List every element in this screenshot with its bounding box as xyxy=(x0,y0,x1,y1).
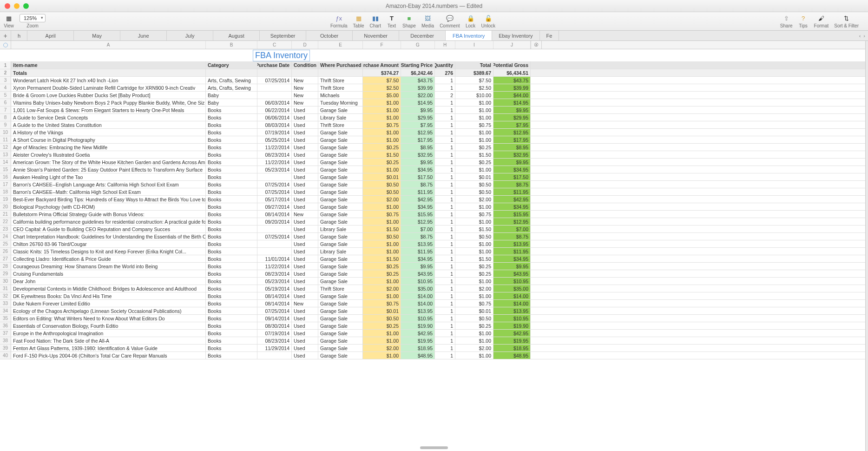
cell[interactable]: $10.95 xyxy=(401,278,435,285)
cell[interactable]: $29.95 xyxy=(493,114,531,121)
cell[interactable]: Bulletstorm Prima Official Strategy Guid… xyxy=(11,211,206,218)
data-table[interactable]: 1item-nameCategoryPurchase DateCondition… xyxy=(0,61,868,359)
cell[interactable]: Used xyxy=(292,203,318,210)
cell[interactable]: Developmental Contexts in Middle Childho… xyxy=(11,285,206,292)
cell[interactable]: $12.95 xyxy=(401,218,435,225)
cell[interactable]: $18.95 xyxy=(493,345,531,352)
cell[interactable]: 07/25/2014 xyxy=(257,77,292,84)
table-row[interactable]: 35Editors on Editing: What Writers Need … xyxy=(0,315,868,322)
table-row[interactable]: 38Fast Food Nation: The Dark Side of the… xyxy=(0,337,868,345)
row-label[interactable]: 37 xyxy=(0,330,11,337)
cell[interactable] xyxy=(257,92,292,99)
table-row[interactable]: 8A Guide to Service Desk ConceptsBooks06… xyxy=(0,114,868,121)
cell[interactable]: $14.00 xyxy=(401,292,435,299)
cell[interactable]: Garage Sale xyxy=(318,129,363,136)
cell[interactable]: 1 xyxy=(435,270,455,277)
cell[interactable] xyxy=(257,240,292,247)
cell[interactable]: $1.00 xyxy=(455,203,493,210)
cell[interactable]: Chilton 26760 83-96 Tbird/Cougar xyxy=(11,240,206,247)
row-label[interactable]: 39 xyxy=(0,345,11,352)
cell[interactable]: Books xyxy=(206,218,257,225)
row-label[interactable]: 3 xyxy=(0,77,11,84)
cell[interactable]: 276 xyxy=(435,69,455,76)
cell[interactable]: Used xyxy=(292,159,318,166)
cell[interactable]: Annie Sloan's Painted Garden: 25 Easy Ou… xyxy=(11,166,206,173)
cell[interactable]: 06/03/2014 xyxy=(257,99,292,106)
cell[interactable]: 1 xyxy=(435,315,455,322)
table-row[interactable]: 1item-nameCategoryPurchase DateCondition… xyxy=(0,61,868,69)
cell[interactable]: $48.95 xyxy=(493,352,531,359)
table-row[interactable]: 13Aleister Crowley's Illustrated GoetiaB… xyxy=(0,151,868,159)
cell[interactable]: $12.95 xyxy=(493,129,531,136)
cell[interactable]: Where Purchased xyxy=(318,61,363,69)
cell[interactable]: Used xyxy=(292,263,318,270)
cell[interactable]: California building performance guidelin… xyxy=(11,218,206,225)
cell[interactable]: $15.95 xyxy=(493,211,531,218)
cell[interactable]: Used xyxy=(292,166,318,173)
cell[interactable]: $8.75 xyxy=(493,233,531,240)
cell[interactable]: 08/30/2014 xyxy=(257,322,292,329)
cell[interactable]: A History of the Vikings xyxy=(11,129,206,136)
cell[interactable]: Ecology of the Chagos Archipelago (Linne… xyxy=(11,307,206,314)
row-label[interactable]: 32 xyxy=(0,292,11,299)
cell[interactable]: Used xyxy=(292,233,318,240)
sheet-tab-ebay-inventory[interactable]: Ebay Inventory xyxy=(492,31,539,40)
cell[interactable]: Essentials of Conservation Biology, Four… xyxy=(11,322,206,329)
cell[interactable]: 1 xyxy=(435,188,455,195)
cell[interactable]: $0.01 xyxy=(455,173,493,180)
cell[interactable]: Garage Sale xyxy=(318,352,363,359)
table-row[interactable]: 36Essentials of Conservation Biology, Fo… xyxy=(0,322,868,330)
sheet-tab-june[interactable]: June xyxy=(120,31,167,40)
cell[interactable]: $0.50 xyxy=(363,181,401,188)
table-row[interactable]: 29Cruising FundamentalsBooks08/23/2014Us… xyxy=(0,270,868,278)
sort-filter-button[interactable]: ⇅Sort & Filter xyxy=(834,14,859,28)
cell[interactable]: Chart Interpretation Handbook: Guideline… xyxy=(11,233,206,240)
table-row[interactable]: 19Best-Ever Backyard Birding Tips: Hundr… xyxy=(0,196,868,203)
cell[interactable]: 11/01/2014 xyxy=(257,255,292,262)
cell[interactable]: $10.95 xyxy=(401,315,435,322)
cell[interactable]: $1.00 xyxy=(455,166,493,173)
cell[interactable]: $1.00 xyxy=(363,218,401,225)
view-button[interactable]: ▦ View xyxy=(4,14,14,28)
cell[interactable]: 07/25/2014 xyxy=(257,181,292,188)
cell[interactable]: Duke Nukem Forever Limited Editio xyxy=(11,300,206,307)
cell[interactable]: $1.00 xyxy=(363,330,401,337)
cell[interactable]: $18.95 xyxy=(401,345,435,352)
cell[interactable]: Bride & Groom Love Duckies Rubber Ducks … xyxy=(11,92,206,99)
zoom-control[interactable]: 125% Zoom xyxy=(20,14,46,28)
cell[interactable]: $13.95 xyxy=(493,240,531,247)
row-label[interactable]: 35 xyxy=(0,315,11,322)
table-row[interactable]: 3Wonderart Latch Hook Kit 27 Inch x40 In… xyxy=(0,77,868,84)
add-column-handle[interactable]: ⦿ xyxy=(531,41,542,49)
table-row[interactable]: 26Classic Knits: 15 Timeless Designs to … xyxy=(0,248,868,255)
row-label[interactable]: 31 xyxy=(0,285,11,292)
cell[interactable]: $39.99 xyxy=(401,84,435,91)
cell[interactable]: 1 xyxy=(435,322,455,329)
sheet-tab-october[interactable]: October xyxy=(306,31,353,40)
cell[interactable]: 1 xyxy=(435,352,455,359)
cell[interactable]: $32.95 xyxy=(493,151,531,158)
cell[interactable]: 08/14/2014 xyxy=(257,211,292,218)
cell[interactable]: $9.95 xyxy=(493,106,531,113)
cell[interactable] xyxy=(257,226,292,232)
cell[interactable]: Books xyxy=(206,106,257,113)
cell[interactable]: $0.50 xyxy=(363,233,401,240)
cell[interactable]: Garage Sale xyxy=(318,345,363,352)
cell[interactable]: Best-Ever Backyard Birding Tips: Hundred… xyxy=(11,196,206,203)
cell[interactable]: $13.95 xyxy=(493,307,531,314)
cell[interactable]: $9.95 xyxy=(401,106,435,113)
cell[interactable]: $6,434.51 xyxy=(493,69,531,76)
cell[interactable]: $0.25 xyxy=(363,270,401,277)
cell[interactable]: 1,001 Low-Fat Soups & Stews: From Elegan… xyxy=(11,106,206,113)
cell[interactable]: $1.00 xyxy=(455,248,493,255)
table-button[interactable]: ▦Table xyxy=(353,14,364,28)
cell[interactable]: $0.50 xyxy=(455,315,493,322)
cell[interactable]: Books xyxy=(206,121,257,128)
cell[interactable]: 08/03/2014 xyxy=(257,121,292,128)
cell[interactable]: $2.50 xyxy=(455,84,493,91)
cell[interactable]: Fast Food Nation: The Dark Side of the A… xyxy=(11,337,206,344)
cell[interactable]: Thrift Store xyxy=(318,285,363,292)
table-row[interactable]: 12Age of Miracles: Embracing the New Mid… xyxy=(0,144,868,151)
cell[interactable]: Books xyxy=(206,159,257,166)
cell[interactable]: Classic Knits: 15 Timeless Designs to Kn… xyxy=(11,248,206,255)
